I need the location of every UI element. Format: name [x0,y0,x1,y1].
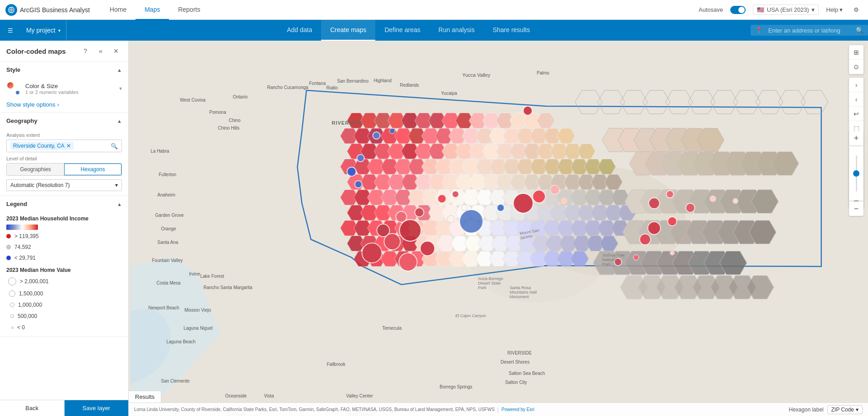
svg-text:Salton Sea Beach: Salton Sea Beach [509,371,545,376]
svg-point-221 [400,220,421,241]
svg-point-264 [668,217,677,226]
level-toggle-group: Geographies Hexagons [6,163,122,176]
undo-button[interactable]: ↩ [849,107,863,121]
svg-text:Oceanside: Oceanside [225,393,247,398]
zoom-thumb[interactable] [853,170,859,177]
svg-text:Anza-Borrego: Anza-Borrego [478,276,504,281]
svg-text:Fallbrook: Fallbrook [327,362,346,367]
svg-text:Orange: Orange [161,226,177,231]
help-arrow: ▾ [840,6,843,13]
home-dot-3 [10,303,14,307]
map-search-bar[interactable]: 📍 🔍 [751,25,868,36]
style-icon [6,81,21,96]
autosave-toggle[interactable] [730,6,746,14]
toolbar-actions: Add data Create maps Define areas Run an… [278,20,539,41]
svg-point-249 [649,198,660,209]
panel-help-button[interactable]: ? [79,45,91,57]
nav-reports[interactable]: Reports [169,0,209,20]
svg-point-291 [373,132,380,139]
layer-button[interactable]: ⊙ [849,60,863,74]
svg-text:Santa Rosa: Santa Rosa [510,285,531,290]
zip-dropdown-icon: ▾ [856,407,859,413]
show-style-link[interactable]: Show style options › [0,99,128,112]
logo-icon [5,4,17,16]
svg-text:RIVERSIDE: RIVERSIDE [508,351,532,355]
settings-button[interactable]: ⚙ [850,4,863,16]
style-text: Color & Size 1 or 2 numeric variables [25,83,115,95]
svg-text:Chino: Chino [229,118,241,123]
toolbar-define-areas[interactable]: Define areas [375,20,429,41]
svg-point-286 [355,181,362,188]
app-logo[interactable]: ArcGIS Business Analyst [5,4,90,16]
search-input[interactable] [768,27,852,34]
geography-arrow-icon: ▲ [117,118,122,124]
svg-point-229 [462,205,468,211]
svg-text:Rancho Cucamonga: Rancho Cucamonga [267,85,309,90]
home-value-row-2: 1,500,000 [8,290,122,297]
panel-collapse-button[interactable]: « [95,45,107,57]
home-value-row-4: 500,000 [8,313,122,319]
svg-text:Laguna Niguel: Laguna Niguel [184,326,213,331]
top-nav-right: Autosave 🇺🇸 USA (Esri 2023) ▾ Help ▾ ⚙ [699,4,863,16]
toolbar-create-maps[interactable]: Create maps [321,20,375,41]
results-bar: Results [129,391,161,402]
zoom-out-button[interactable]: − [849,201,863,216]
geography-section-header[interactable]: Geography ▲ [0,113,128,129]
toolbar-share-results[interactable]: Share results [484,20,539,41]
resolution-select[interactable]: Automatic (Resolution 7) ▾ [6,179,122,191]
svg-text:Valley Center: Valley Center [346,393,373,398]
svg-text:Park: Park [602,262,611,266]
toggle-geographies[interactable]: Geographies [7,164,64,175]
powered-by-label: Powered by Esri [501,407,534,412]
zip-code-select[interactable]: ZIP Code ▾ [827,405,863,414]
style-section-title: Style [6,66,20,73]
svg-point-293 [523,106,532,115]
project-arrow-icon: ▾ [58,28,61,33]
svg-point-222 [460,210,483,233]
nav-maps[interactable]: Maps [135,0,169,20]
legend-arrow-icon: ▲ [117,201,122,207]
extent-search-icon[interactable]: 🔍 [111,143,118,150]
home-dot-5 [11,327,14,329]
zoom-slider[interactable] [849,146,863,201]
nav-left-button[interactable]: ‹ [849,92,863,107]
panel-header: Color-coded maps ? « ✕ [0,41,128,62]
toolbar-add-data[interactable]: Add data [278,20,321,41]
svg-point-289 [551,185,560,194]
panel-header-icons: ? « ✕ [79,45,122,57]
hamburger-menu-button[interactable]: ☰ [0,20,21,41]
zoom-in-button[interactable]: + [849,131,863,145]
nav-home[interactable]: Home [101,0,135,20]
toolbar-run-analysis[interactable]: Run analysis [429,20,484,41]
country-selector[interactable]: 🇺🇸 USA (Esri 2023) ▾ [753,5,819,15]
map-area[interactable]: Rancho Cucamonga Fontana Rialto San Bern… [129,41,868,416]
project-selector[interactable]: My project ▾ [21,20,66,41]
income-dot-low [6,256,11,260]
country-label: USA (Esri 2023) [767,6,809,13]
svg-text:Vista: Vista [264,393,274,398]
map-tools-group-1: ⊞ ⊙ [849,45,863,74]
svg-point-292 [390,128,395,134]
back-button[interactable]: Back [0,400,65,416]
toggle-hexagons[interactable]: Hexagons [64,164,121,175]
map-bottom-bar: Loma Linda University, County of Riversi… [129,402,868,416]
save-layer-button[interactable]: Save layer [65,400,129,416]
svg-point-253 [733,198,738,204]
extent-tag-remove[interactable]: ✕ [66,143,71,149]
income-dot-high [6,234,11,238]
style-section-header[interactable]: Style ▲ [0,62,128,78]
autosave-label: Autosave [699,6,723,13]
svg-text:Palms: Palms [537,70,550,75]
style-dropdown-icon[interactable]: ▾ [119,85,122,92]
grid-view-button[interactable]: ⊞ [849,45,863,60]
nav-right-button[interactable]: › [849,78,863,92]
svg-point-227 [453,191,459,197]
legend-section-header[interactable]: Legend ▲ [0,196,128,212]
income-dot-mid [6,245,11,249]
search-icon[interactable]: 🔍 [856,27,863,34]
zoom-controls: + − [849,131,863,217]
panel-bottom-buttons: Back Save layer [0,400,128,416]
help-button[interactable]: Help ▾ [826,6,843,13]
panel-close-button[interactable]: ✕ [110,45,122,57]
geography-section-title: Geography [6,117,37,124]
